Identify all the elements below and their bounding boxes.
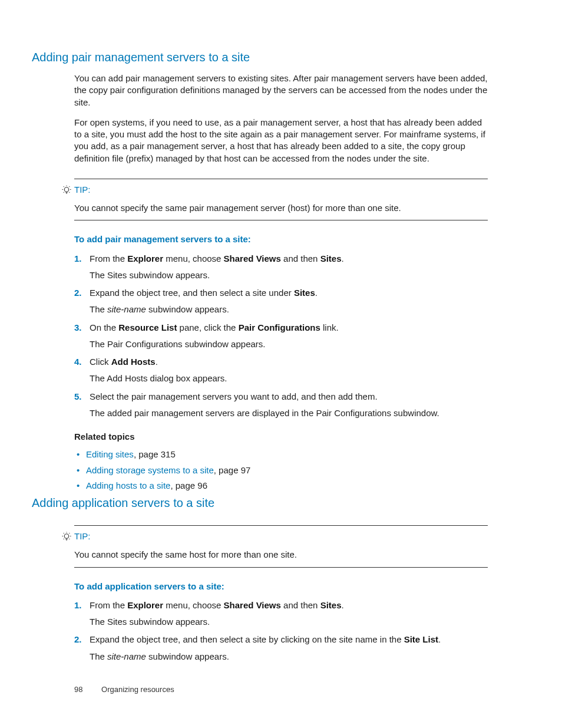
step-sub: The site-name subwindow appears. xyxy=(90,651,488,663)
section1-body: You can add pair management servers to e… xyxy=(74,73,488,164)
svg-line-15 xyxy=(64,533,64,533)
step-text: Select the pair management servers you w… xyxy=(90,391,378,401)
step-sub: The added pair management servers are di… xyxy=(90,407,488,419)
step-number: 2. xyxy=(74,634,90,663)
step-1: 1. From the Explorer menu, choose Shared… xyxy=(74,253,488,282)
step-number: 2. xyxy=(74,287,90,316)
svg-point-10 xyxy=(64,534,69,539)
related-topics-heading: Related topics xyxy=(74,431,488,443)
tip-label: TIP: xyxy=(74,184,91,196)
step-number: 5. xyxy=(74,391,90,420)
step-4: 4. Click Add Hosts. The Add Hosts dialog… xyxy=(74,356,488,385)
step-text: From the Explorer menu, choose Shared Vi… xyxy=(90,253,344,263)
page-footer: 98 Organizing resources xyxy=(74,684,174,695)
related-item: Adding storage systems to a site, page 9… xyxy=(74,465,488,476)
heading-add-pair-mgmt: Adding pair management servers to a site xyxy=(32,50,530,65)
page-number: 98 xyxy=(74,685,82,694)
heading-add-app-servers: Adding application servers to a site xyxy=(32,495,530,511)
para-intro-1: You can add pair management servers to e… xyxy=(74,73,488,108)
step-text: From the Explorer menu, choose Shared Vi… xyxy=(90,600,344,610)
svg-line-17 xyxy=(64,539,64,539)
page: Adding pair management servers to a site… xyxy=(0,0,562,728)
step-5: 5. Select the pair management servers yo… xyxy=(74,391,488,420)
steps-list-2: 1. From the Explorer menu, choose Shared… xyxy=(74,599,488,663)
step-2: 2. Expand the object tree, and then sele… xyxy=(74,634,488,663)
step-text: Expand the object tree, and then select … xyxy=(90,634,441,644)
tip-label: TIP: xyxy=(74,531,91,542)
procedure-1: To add pair management servers to a site… xyxy=(74,233,488,492)
svg-line-7 xyxy=(64,192,64,193)
step-sub: The Sites subwindow appears. xyxy=(90,616,488,628)
step-sub: The Sites subwindow appears. xyxy=(90,269,488,281)
step-sub: The Add Hosts dialog box appears. xyxy=(90,373,488,384)
related-item: Adding hosts to a site, page 96 xyxy=(74,480,488,492)
link-add-hosts[interactable]: Adding hosts to a site xyxy=(86,480,170,490)
step-sub: The Pair Configurations subwindow appear… xyxy=(90,338,488,350)
steps-list-1: 1. From the Explorer menu, choose Shared… xyxy=(74,253,488,420)
step-text: Click Add Hosts. xyxy=(90,357,158,367)
link-add-storage[interactable]: Adding storage systems to a site xyxy=(86,465,214,475)
step-number: 1. xyxy=(74,599,90,628)
svg-point-0 xyxy=(64,187,69,192)
step-number: 3. xyxy=(74,322,90,351)
step-sub: The site-name subwindow appears. xyxy=(90,304,488,315)
step-number: 4. xyxy=(74,356,90,385)
chapter-title: Organizing resources xyxy=(101,685,174,694)
svg-line-5 xyxy=(64,186,64,187)
svg-line-8 xyxy=(70,192,70,193)
step-1: 1. From the Explorer menu, choose Shared… xyxy=(74,599,488,628)
related-topics-list: Editing sites, page 315 Adding storage s… xyxy=(74,449,488,492)
svg-line-6 xyxy=(70,186,70,187)
tip-block-1: TIP: You cannot specify the same pair ma… xyxy=(74,179,488,221)
step-3: 3. On the Resource List pane, click the … xyxy=(74,322,488,351)
tip-block-2: TIP: You cannot specify the same host fo… xyxy=(74,525,488,568)
step-2: 2. Expand the object tree, and then sele… xyxy=(74,287,488,316)
para-intro-2: For open systems, if you need to use, as… xyxy=(74,117,488,164)
link-editing-sites[interactable]: Editing sites xyxy=(86,449,134,459)
step-text: On the Resource List pane, click the Pai… xyxy=(90,322,339,332)
svg-line-16 xyxy=(70,533,70,533)
procedure-2: To add application servers to a site: 1.… xyxy=(74,581,488,663)
step-number: 1. xyxy=(74,253,90,282)
svg-line-18 xyxy=(70,539,70,539)
procedure-heading-1: To add pair management servers to a site… xyxy=(74,233,488,245)
lightbulb-icon xyxy=(61,532,73,545)
tip-text-2: You cannot specify the same host for mor… xyxy=(74,549,488,561)
related-item: Editing sites, page 315 xyxy=(74,449,488,460)
step-text: Expand the object tree, and then select … xyxy=(90,288,318,298)
procedure-heading-2: To add application servers to a site: xyxy=(74,581,488,592)
lightbulb-icon xyxy=(61,185,73,199)
tip-text-1: You cannot specify the same pair managem… xyxy=(74,202,488,214)
